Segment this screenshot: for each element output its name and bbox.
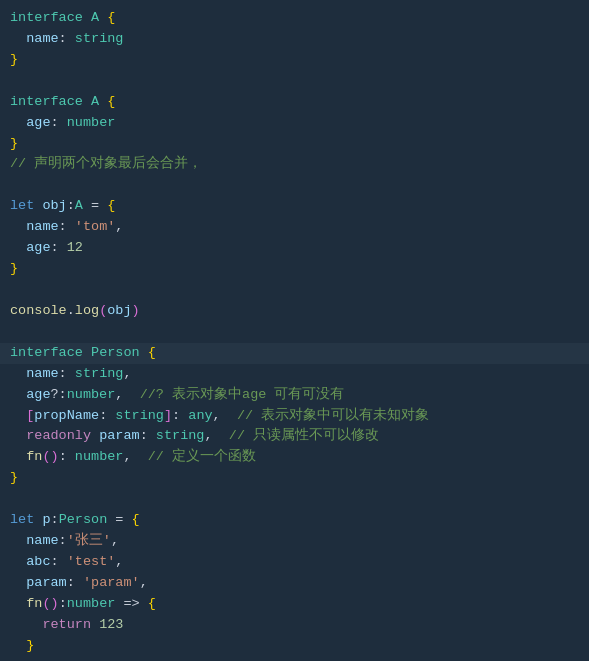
line-20: [propName: string]: any, // 表示对象中可以有未知对象 xyxy=(0,406,589,427)
line-7: } xyxy=(0,134,589,155)
line-1: interface A { xyxy=(0,8,589,29)
line-6: age: number xyxy=(0,113,589,134)
line-3: } xyxy=(0,50,589,71)
line-18: name: string, xyxy=(0,364,589,385)
line-31: } xyxy=(0,636,589,657)
line-19: age?:number, //? 表示对象中age 可有可没有 xyxy=(0,385,589,406)
line-21: readonly param: string, // 只读属性不可以修改 xyxy=(0,426,589,447)
line-14 xyxy=(0,280,589,301)
line-29: fn():number => { xyxy=(0,594,589,615)
line-28: param: 'param', xyxy=(0,573,589,594)
code-editor: interface A { name: string } interface A… xyxy=(0,0,589,661)
line-11: name: 'tom', xyxy=(0,217,589,238)
line-22: fn(): number, // 定义一个函数 xyxy=(0,447,589,468)
line-32: } xyxy=(0,657,589,661)
line-23: } xyxy=(0,468,589,489)
line-17: interface Person { xyxy=(0,343,589,364)
line-12: age: 12 xyxy=(0,238,589,259)
line-27: abc: 'test', xyxy=(0,552,589,573)
line-30: return 123 xyxy=(0,615,589,636)
line-24 xyxy=(0,489,589,510)
line-13: } xyxy=(0,259,589,280)
line-25: let p:Person = { xyxy=(0,510,589,531)
line-16 xyxy=(0,322,589,343)
line-8: // 声明两个对象最后会合并， xyxy=(0,154,589,175)
line-4 xyxy=(0,71,589,92)
line-9 xyxy=(0,175,589,196)
line-26: name:'张三', xyxy=(0,531,589,552)
line-5: interface A { xyxy=(0,92,589,113)
line-15: console.log(obj) xyxy=(0,301,589,322)
line-10: let obj:A = { xyxy=(0,196,589,217)
line-2: name: string xyxy=(0,29,589,50)
